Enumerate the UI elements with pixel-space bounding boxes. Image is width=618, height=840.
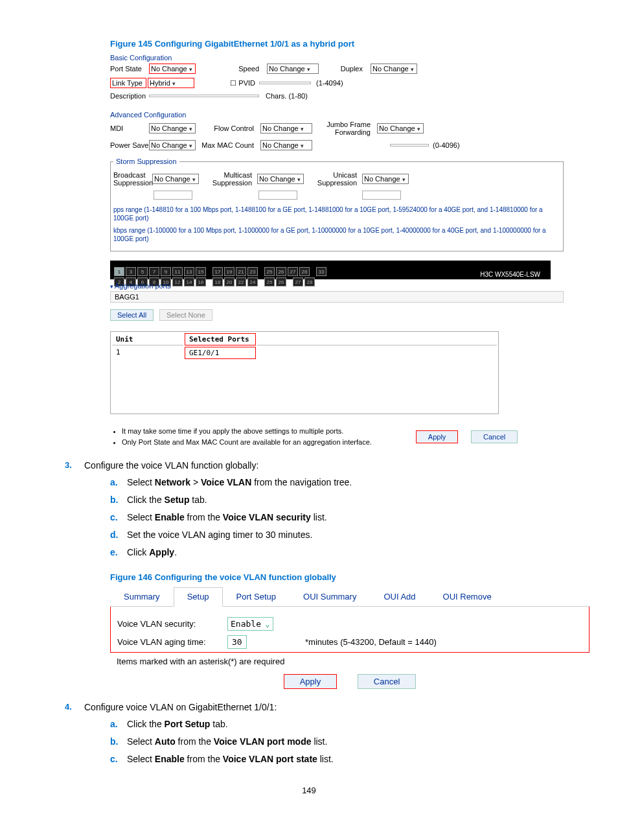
port-33[interactable]: 33	[316, 267, 326, 276]
flow-control-select[interactable]: No Change	[260, 123, 312, 134]
broadcast-suppression-input[interactable]	[154, 191, 192, 200]
jumbo-frame-label: Jumbo Frame Forwarding	[312, 121, 377, 136]
step-3e-text: Click Apply.	[127, 546, 177, 559]
link-type-label: Link Type	[110, 78, 146, 88]
port-5[interactable]: 5	[137, 267, 148, 276]
port-19[interactable]: 19	[224, 267, 235, 276]
voice-vlan-security-select[interactable]: Enable⌄	[227, 617, 273, 631]
port-28u[interactable]: 28	[299, 267, 310, 276]
aggregation-port-item[interactable]: BAGG1	[110, 291, 564, 303]
select-all-button[interactable]: Select All	[110, 309, 154, 321]
step-3b-letter: b.	[110, 493, 127, 507]
required-items-note: Items marked with an asterisk(*) are req…	[117, 657, 589, 666]
port-state-select[interactable]: No Change	[149, 64, 196, 74]
port-panel: 1 3 5 7 9 11 13 15 17 19 21 23 25 26 27 …	[110, 261, 551, 279]
speed-label: Speed	[196, 65, 267, 73]
step-4b-text: Select Auto from the Voice VLAN port mod…	[127, 735, 327, 749]
port-24[interactable]: 24	[247, 277, 258, 286]
port-1[interactable]: 1	[114, 267, 124, 276]
port-25[interactable]: 25	[264, 267, 275, 276]
step-4a-text: Click the Port Setup tab.	[127, 718, 228, 731]
step-4-text: Configure voice VLAN on GigabitEthernet …	[84, 702, 277, 712]
tab-oui-add[interactable]: OUI Add	[370, 587, 429, 606]
unicast-suppression-label: Unicast Suppression	[304, 171, 362, 187]
port-13[interactable]: 13	[184, 267, 194, 276]
port-21[interactable]: 21	[236, 267, 246, 276]
unicast-suppression-input[interactable]	[362, 191, 401, 200]
step-3c-letter: c.	[110, 511, 127, 524]
cell-selected-ports: GE1/0/1	[185, 347, 256, 359]
port-20[interactable]: 20	[224, 277, 235, 286]
max-mac-input[interactable]	[390, 144, 429, 146]
select-none-button[interactable]: Select None	[159, 309, 212, 321]
port-18[interactable]: 18	[212, 277, 223, 286]
step-4c-letter: c.	[110, 752, 127, 766]
port-16[interactable]: 16	[196, 277, 206, 286]
port-12[interactable]: 12	[172, 277, 183, 286]
col-selected-ports: Selected Ports	[185, 333, 256, 345]
voice-vlan-security-label: Voice VLAN security:	[117, 619, 227, 629]
col-unit: Unit	[112, 333, 183, 345]
pvid-checkbox[interactable]: ☐ PVID	[194, 79, 259, 88]
figure-145-panel: Basic Configuration Port State No Change…	[110, 54, 564, 447]
power-save-select[interactable]: No Change	[149, 140, 196, 150]
cancel-button-146[interactable]: Cancel	[358, 674, 416, 689]
pvid-input[interactable]	[259, 82, 311, 84]
chevron-down-icon: ⌄	[265, 619, 270, 629]
port-3[interactable]: 3	[126, 267, 136, 276]
tab-port-setup[interactable]: Port Setup	[223, 587, 290, 606]
pvid-range-text: (1-4094)	[316, 79, 343, 87]
jumbo-frame-select[interactable]: No Change	[377, 123, 424, 134]
mdi-select[interactable]: No Change	[149, 123, 196, 134]
speed-select[interactable]: No Change	[267, 64, 319, 74]
step-4c-text: Select Enable from the Voice VLAN port s…	[127, 752, 334, 766]
kbps-range-note: kbps range (1-100000 for a 100 Mbps port…	[113, 226, 560, 243]
port-15[interactable]: 15	[196, 267, 206, 276]
step-4a-letter: a.	[110, 718, 127, 731]
multicast-suppression-input[interactable]	[258, 191, 297, 200]
max-mac-select[interactable]: No Change	[260, 140, 312, 150]
port-26u[interactable]: 26	[276, 267, 286, 276]
step-3c-text: Select Enable from the Voice VLAN securi…	[127, 511, 327, 524]
duplex-select[interactable]: No Change	[371, 64, 417, 74]
flow-control-label: Flow Control	[196, 124, 260, 132]
multicast-suppression-select[interactable]: No Change	[257, 174, 304, 184]
step-3a-letter: a.	[110, 476, 127, 489]
port-9[interactable]: 9	[161, 267, 171, 276]
port-27u[interactable]: 27	[288, 267, 298, 276]
port-26[interactable]: 26	[276, 277, 286, 286]
port-25b[interactable]: 25	[264, 277, 275, 286]
port-28[interactable]: 28	[304, 277, 315, 286]
description-input[interactable]	[149, 95, 259, 97]
broadcast-suppression-label: Broadcast Suppression	[113, 171, 152, 187]
figure-145-title: Figure 145 Configuring GigabitEthernet 1…	[110, 39, 579, 49]
cancel-button[interactable]: Cancel	[471, 430, 518, 443]
selected-ports-table: Unit Selected Ports 1 GE1/0/1	[110, 331, 499, 414]
port-17[interactable]: 17	[212, 267, 223, 276]
step-3b-text: Click the Setup tab.	[127, 493, 207, 507]
tab-setup[interactable]: Setup	[174, 587, 223, 607]
step-3d-text: Set the voice VLAN aging timer to 30 min…	[127, 528, 312, 542]
pps-range-note: pps range (1-148810 for a 100 Mbps port,…	[113, 205, 560, 222]
unicast-suppression-select[interactable]: No Change	[362, 174, 409, 184]
voice-vlan-aging-label: Voice VLAN aging time:	[117, 637, 227, 647]
step-4b-letter: b.	[110, 735, 127, 749]
apply-button[interactable]: Apply	[416, 430, 459, 443]
figure-146-title: Figure 146 Configuring the voice VLAN fu…	[110, 572, 579, 582]
port-27[interactable]: 27	[293, 277, 303, 286]
step-4-number: 4.	[65, 702, 84, 712]
port-7[interactable]: 7	[149, 267, 159, 276]
link-type-select[interactable]: Hybrid	[148, 78, 194, 88]
port-14[interactable]: 14	[184, 277, 194, 286]
broadcast-suppression-select[interactable]: No Change	[152, 174, 199, 184]
tab-oui-summary[interactable]: OUI Summary	[290, 587, 370, 606]
voice-vlan-aging-input[interactable]: 30	[227, 635, 247, 649]
port-22[interactable]: 22	[236, 277, 246, 286]
port-23[interactable]: 23	[247, 267, 258, 276]
apply-button-146[interactable]: Apply	[284, 674, 338, 689]
port-11[interactable]: 11	[172, 267, 183, 276]
tab-summary[interactable]: Summary	[110, 587, 174, 606]
step-3a-text: Select Network > Voice VLAN from the nav…	[127, 476, 352, 489]
tab-oui-remove[interactable]: OUI Remove	[429, 587, 505, 606]
footnote-1: It may take some time if you apply the a…	[122, 426, 372, 437]
